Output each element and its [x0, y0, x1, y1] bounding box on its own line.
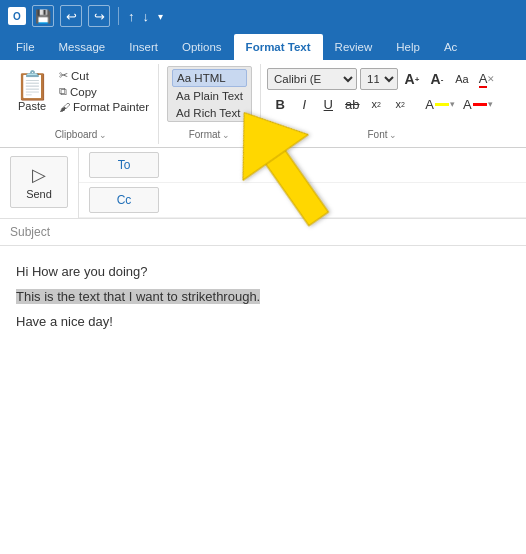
highlight-button[interactable]: A ▾ — [422, 95, 458, 114]
font-clear-button[interactable]: A ✕ — [476, 68, 498, 90]
font-color-button[interactable]: A ▾ — [460, 95, 496, 114]
subscript-button[interactable]: x2 — [365, 93, 387, 115]
underline-button[interactable]: U — [317, 93, 339, 115]
send-area: ▷ Send — [0, 148, 78, 218]
font-color-bar — [473, 103, 487, 106]
clipboard-controls: 📋 Paste ✂ Cut ⧉ Copy 🖌 Format Painter — [10, 66, 152, 118]
format-painter-button[interactable]: 🖌 Format Painter — [56, 100, 152, 114]
font-top-row: Calibri (E 11 A+ A- Aa A ✕ — [267, 68, 498, 90]
email-header: ▷ Send To Cc — [0, 148, 526, 219]
font-bottom-row: B I U ab x2 x2 A ▾ A ▾ — [269, 93, 495, 115]
tab-file[interactable]: File — [4, 34, 47, 60]
recipient-fields: To Cc — [78, 148, 526, 218]
paste-icon: 📋 — [15, 72, 50, 100]
tab-help[interactable]: Help — [384, 34, 432, 60]
format-painter-label: Format Painter — [73, 101, 149, 113]
highlight-icon: A — [425, 97, 434, 112]
font-size-select[interactable]: 11 — [360, 68, 398, 90]
ribbon: 📋 Paste ✂ Cut ⧉ Copy 🖌 Format Painter C — [0, 60, 526, 148]
tab-message[interactable]: Message — [47, 34, 118, 60]
font-color-chevron[interactable]: ▾ — [488, 99, 493, 109]
title-bar: O 💾 ↩ ↪ ↑ ↓ ▾ — [0, 0, 526, 32]
send-label: Send — [26, 188, 52, 200]
paste-label: Paste — [18, 100, 46, 112]
font-shrink-button[interactable]: A- — [426, 68, 448, 90]
selected-text: This is the text that I want to striketh… — [16, 289, 260, 304]
tab-insert[interactable]: Insert — [117, 34, 170, 60]
rich-format-label: Ad Rich Text — [176, 107, 240, 119]
format-group: Aa HTML Aa Plain Text Ad Rich Text Forma… — [159, 64, 261, 144]
qat-chevron[interactable]: ▾ — [158, 11, 163, 22]
redo-button[interactable]: ↪ — [88, 5, 110, 27]
format-expand-icon[interactable]: ⌄ — [222, 130, 230, 140]
font-group: Calibri (E 11 A+ A- Aa A ✕ B I U ab x2 x… — [261, 64, 504, 144]
font-expand-icon[interactable]: ⌄ — [389, 130, 397, 140]
body-line-2: This is the text that I want to striketh… — [16, 287, 510, 308]
cc-button[interactable]: Cc — [89, 187, 159, 213]
send-icon: ▷ — [32, 164, 46, 186]
font-color-icon: A — [463, 97, 472, 112]
body-line-3: Have a nice day! — [16, 312, 510, 333]
html-format-button[interactable]: Aa HTML — [172, 69, 247, 87]
clipboard-group: 📋 Paste ✂ Cut ⧉ Copy 🖌 Format Painter C — [4, 64, 159, 144]
plain-format-label: Aa Plain Text — [176, 90, 243, 102]
save-button[interactable]: 💾 — [32, 5, 54, 27]
copy-icon: ⧉ — [59, 85, 67, 98]
subject-row: Subject — [0, 219, 526, 246]
paste-button[interactable]: 📋 Paste — [10, 66, 54, 118]
separator — [118, 7, 119, 25]
to-row: To — [79, 148, 526, 183]
send-button[interactable]: ▷ Send — [10, 156, 68, 208]
font-grow-button[interactable]: A+ — [401, 68, 423, 90]
tab-options[interactable]: Options — [170, 34, 234, 60]
outlook-icon: O — [8, 7, 26, 25]
strikethrough-button[interactable]: ab — [341, 93, 363, 115]
cut-label: Cut — [71, 70, 89, 82]
subject-input[interactable] — [58, 225, 516, 239]
tab-format-text[interactable]: Format Text — [234, 34, 323, 60]
tab-review[interactable]: Review — [323, 34, 385, 60]
font-case-button[interactable]: Aa — [451, 68, 473, 90]
email-body[interactable]: Hi How are you doing? This is the text t… — [0, 246, 526, 352]
email-compose: ▷ Send To Cc Subject — [0, 148, 526, 246]
format-controls: Aa HTML Aa Plain Text Ad Rich Text — [167, 66, 252, 122]
plain-format-button[interactable]: Aa Plain Text — [172, 88, 247, 104]
font-family-select[interactable]: Calibri (E — [267, 68, 357, 90]
to-button[interactable]: To — [89, 152, 159, 178]
subject-label: Subject — [10, 225, 50, 239]
cc-row: Cc — [79, 183, 526, 218]
bold-button[interactable]: B — [269, 93, 291, 115]
highlight-chevron[interactable]: ▾ — [450, 99, 455, 109]
highlight-bar — [435, 103, 449, 106]
html-format-label: Aa HTML — [177, 72, 226, 84]
undo-button[interactable]: ↩ — [60, 5, 82, 27]
cut-icon: ✂ — [59, 69, 68, 82]
copy-button[interactable]: ⧉ Copy — [56, 84, 152, 99]
to-input[interactable] — [167, 158, 516, 172]
rich-format-button[interactable]: Ad Rich Text — [172, 105, 247, 121]
clipboard-small-btns: ✂ Cut ⧉ Copy 🖌 Format Painter — [56, 68, 152, 114]
body-line-1: Hi How are you doing? — [16, 262, 510, 283]
italic-button[interactable]: I — [293, 93, 315, 115]
copy-label: Copy — [70, 86, 97, 98]
cut-button[interactable]: ✂ Cut — [56, 68, 152, 83]
clipboard-expand-icon[interactable]: ⌄ — [99, 130, 107, 140]
format-group-label: Format⌄ — [189, 129, 231, 140]
down-arrow-button[interactable]: ↓ — [143, 9, 150, 24]
superscript-button[interactable]: x2 — [389, 93, 411, 115]
font-group-label: Font⌄ — [367, 129, 397, 140]
format-painter-icon: 🖌 — [59, 101, 70, 113]
clipboard-group-label: Clipboard⌄ — [55, 129, 108, 140]
up-arrow-button[interactable]: ↑ — [128, 9, 135, 24]
ribbon-tabs: File Message Insert Options Format Text … — [0, 32, 526, 60]
tab-ac[interactable]: Ac — [432, 34, 469, 60]
cc-input[interactable] — [167, 193, 516, 207]
